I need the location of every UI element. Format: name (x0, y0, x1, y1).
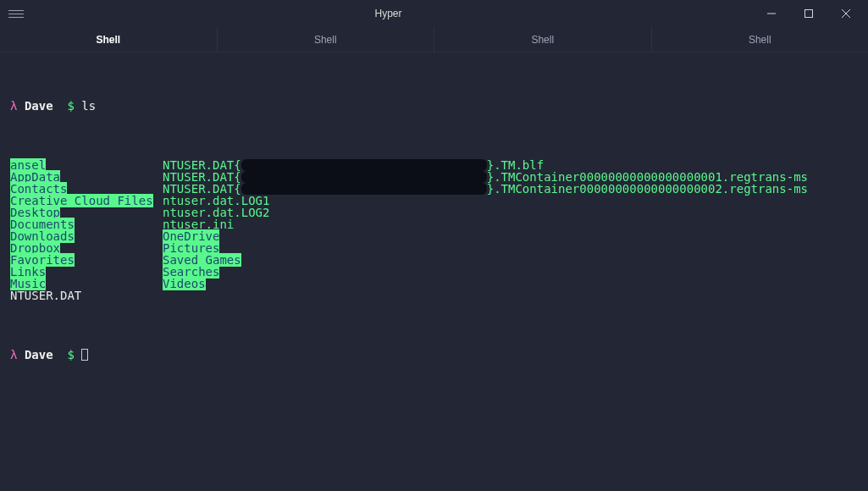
file-name: NTUSER.DAT (10, 289, 81, 302)
maximize-icon (804, 9, 813, 18)
list-item: OneDrive (163, 230, 858, 242)
close-icon (842, 9, 850, 18)
tab-bar: ShellShellShellShell (0, 27, 868, 52)
list-item: Documents (10, 218, 163, 230)
list-item: NTUSER.DAT{}.TMContainer0000000000000000… (163, 183, 858, 195)
list-item: Pictures (163, 242, 858, 254)
redaction (241, 171, 487, 183)
window-title: Hyper (374, 8, 401, 19)
titlebar: Hyper (0, 0, 868, 27)
list-item: NTUSER.DAT{}.TMContainer0000000000000000… (163, 171, 858, 183)
redaction (241, 159, 487, 171)
list-item: ntuser.dat.LOG1 (163, 195, 858, 207)
prompt-lambda: λ (10, 100, 17, 112)
maximize-button[interactable] (790, 0, 827, 27)
list-item: ntuser.ini (163, 218, 858, 230)
ls-column-1: anselAppDataContactsCreative Cloud Files… (10, 159, 163, 301)
tab-shell[interactable]: Shell (652, 27, 869, 52)
ls-column-2: NTUSER.DAT{}.TM.blfNTUSER.DAT{}.TMContai… (163, 159, 858, 301)
list-item: Links (10, 266, 163, 278)
list-item: Saved Games (163, 254, 858, 266)
list-item: NTUSER.DAT{}.TM.blf (163, 159, 858, 171)
window-controls (753, 0, 865, 27)
minimize-icon (767, 9, 776, 18)
list-item: Creative Cloud Files (10, 195, 163, 207)
hamburger-icon[interactable] (8, 10, 24, 18)
prompt-user: Dave (25, 349, 53, 361)
terminal-output[interactable]: λ Dave $ ls anselAppDataContactsCreative… (0, 52, 868, 384)
prompt-sigil: $ (67, 100, 74, 112)
list-item: Music (10, 278, 163, 290)
file-name-suffix: }.TMContainer00000000000000000002.regtra… (487, 182, 808, 196)
list-item: Searches (163, 266, 858, 278)
list-item: Contacts (10, 183, 163, 195)
list-item: Favorites (10, 254, 163, 266)
prompt-command: ls (81, 100, 96, 112)
prompt-line: λ Dave $ ls (10, 100, 858, 112)
tab-shell[interactable]: Shell (0, 27, 218, 52)
prompt-user: Dave (25, 100, 53, 112)
ls-output: anselAppDataContactsCreative Cloud Files… (10, 159, 858, 301)
prompt-line: λ Dave $ (10, 349, 858, 361)
list-item: ansel (10, 159, 163, 171)
tab-shell[interactable]: Shell (434, 27, 652, 52)
cursor (81, 349, 88, 361)
prompt-lambda: λ (10, 349, 17, 361)
close-button[interactable] (827, 0, 865, 27)
list-item: Downloads (10, 230, 163, 242)
dir-name: Videos (163, 277, 206, 290)
prompt-sigil: $ (67, 349, 74, 361)
redaction (241, 183, 487, 195)
list-item: Dropbox (10, 242, 163, 254)
svg-rect-1 (804, 10, 812, 18)
list-item: AppData (10, 171, 163, 183)
minimize-button[interactable] (753, 0, 790, 27)
tab-shell[interactable]: Shell (218, 27, 435, 52)
list-item: ntuser.dat.LOG2 (163, 207, 858, 218)
list-item: Desktop (10, 207, 163, 218)
list-item: Videos (163, 278, 858, 290)
list-item: NTUSER.DAT (10, 290, 163, 301)
